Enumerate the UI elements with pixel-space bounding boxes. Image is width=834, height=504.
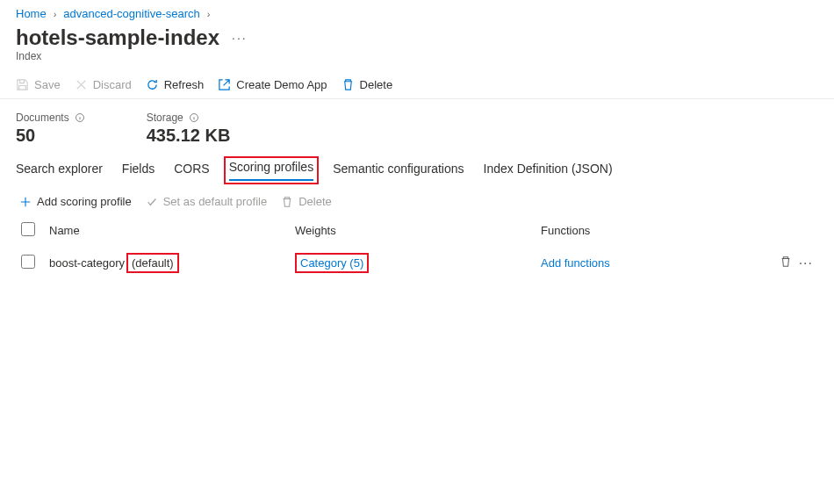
- highlight-box-weights: Category (5): [295, 253, 369, 273]
- row-checkbox[interactable]: [21, 255, 35, 269]
- plus-icon: [19, 196, 32, 208]
- more-icon[interactable]: ···: [799, 256, 813, 271]
- table-row: boost-category (default) Category (5) Ad…: [16, 246, 818, 280]
- set-default-button[interactable]: Set as default profile: [146, 195, 268, 208]
- scoring-toolbar: Add scoring profile Set as default profi…: [0, 183, 834, 215]
- documents-value: 50: [16, 126, 85, 146]
- tab-index-definition[interactable]: Index Definition (JSON): [484, 162, 613, 183]
- discard-button[interactable]: Discard: [75, 78, 132, 91]
- tab-semantic[interactable]: Semantic configurations: [333, 162, 464, 183]
- chevron-right-icon: ›: [54, 9, 57, 19]
- create-demo-label: Create Demo App: [236, 78, 327, 91]
- highlight-box-tab: Scoring profiles: [224, 156, 320, 184]
- breadcrumb: Home › advanced-cognitive-search ›: [0, 0, 834, 24]
- documents-label: Documents: [16, 112, 69, 124]
- delete-label: Delete: [360, 78, 393, 91]
- refresh-button[interactable]: Refresh: [146, 78, 205, 91]
- breadcrumb-home[interactable]: Home: [16, 7, 47, 20]
- set-default-label: Set as default profile: [163, 195, 268, 208]
- tab-scoring-profiles[interactable]: Scoring profiles: [229, 160, 314, 181]
- select-all-checkbox[interactable]: [21, 222, 35, 236]
- external-link-icon: [218, 78, 231, 91]
- breadcrumb-service[interactable]: advanced-cognitive-search: [63, 7, 199, 20]
- page-title: hotels-sample-index: [16, 25, 219, 50]
- highlight-box-default: (default): [126, 253, 179, 273]
- tab-search-explorer[interactable]: Search explorer: [16, 162, 103, 183]
- row-functions: Add functions: [541, 256, 769, 270]
- check-icon: [146, 196, 158, 208]
- default-badge: (default): [132, 256, 174, 270]
- refresh-icon: [146, 78, 159, 91]
- stats-row: Documents 50 Storage 435.12 KB: [0, 99, 834, 151]
- close-icon: [75, 78, 88, 91]
- info-icon[interactable]: [75, 112, 85, 123]
- add-scoring-profile-button[interactable]: Add scoring profile: [19, 195, 132, 208]
- tab-fields[interactable]: Fields: [122, 162, 155, 183]
- row-weights: Category (5): [295, 253, 541, 273]
- documents-stat: Documents 50: [16, 112, 85, 146]
- discard-label: Discard: [93, 78, 132, 91]
- profiles-table: Name Weights Functions boost-category (d…: [0, 215, 834, 280]
- chevron-right-icon: ›: [207, 9, 211, 19]
- profile-name-text: boost-category: [49, 256, 125, 270]
- page-header: hotels-sample-index ···: [0, 24, 834, 50]
- row-name[interactable]: boost-category (default): [49, 253, 295, 273]
- storage-stat: Storage 435.12 KB: [147, 112, 231, 146]
- delete-button[interactable]: Delete: [342, 78, 393, 91]
- refresh-label: Refresh: [164, 78, 205, 91]
- table-header: Name Weights Functions: [16, 215, 818, 246]
- tab-list: Search explorer Fields CORS Scoring prof…: [0, 151, 834, 183]
- storage-label: Storage: [147, 112, 183, 124]
- storage-value: 435.12 KB: [147, 126, 231, 146]
- weights-link[interactable]: Category (5): [300, 256, 363, 270]
- add-scoring-label: Add scoring profile: [37, 195, 132, 208]
- save-icon: [16, 78, 29, 91]
- save-label: Save: [34, 78, 61, 91]
- create-demo-button[interactable]: Create Demo App: [218, 78, 327, 91]
- info-icon[interactable]: [189, 112, 199, 123]
- tab-cors[interactable]: CORS: [174, 162, 209, 183]
- trash-icon: [342, 78, 355, 91]
- command-bar: Save Discard Refresh Create Demo App Del…: [0, 71, 834, 99]
- page-subtitle: Index: [0, 50, 834, 71]
- trash-icon: [281, 196, 293, 208]
- header-weights[interactable]: Weights: [295, 224, 541, 237]
- save-button[interactable]: Save: [16, 78, 61, 91]
- add-functions-link[interactable]: Add functions: [541, 256, 610, 270]
- more-icon[interactable]: ···: [232, 31, 248, 45]
- delete-profile-label: Delete: [298, 195, 332, 208]
- trash-icon[interactable]: [780, 256, 792, 268]
- header-functions[interactable]: Functions: [541, 224, 769, 237]
- header-name[interactable]: Name: [49, 224, 295, 237]
- delete-profile-button[interactable]: Delete: [281, 195, 332, 208]
